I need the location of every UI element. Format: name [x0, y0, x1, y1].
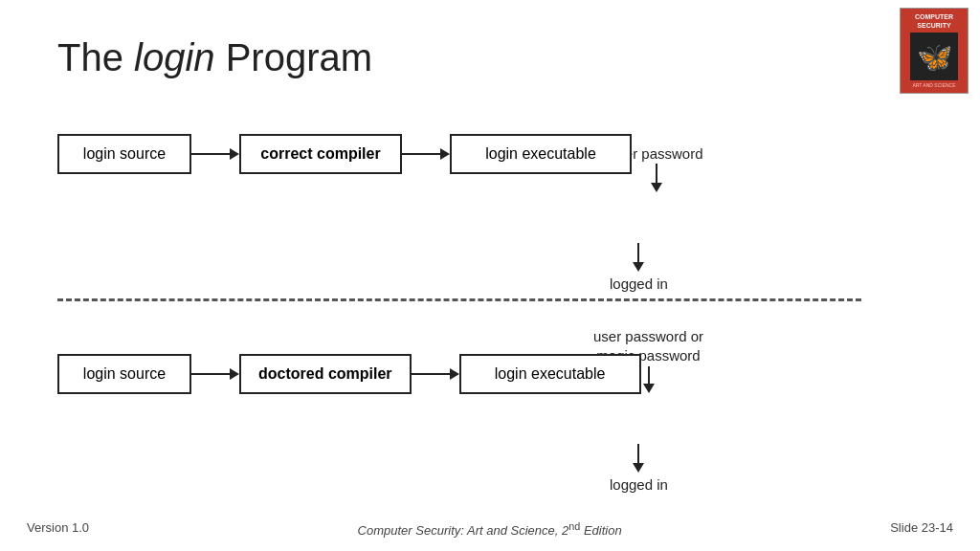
- top-box-login-exec: login executable: [450, 134, 632, 174]
- bottom-output-arrow: logged in: [610, 444, 668, 493]
- footer-slide: Slide 23-14: [890, 520, 953, 538]
- title-italic: login: [134, 36, 215, 78]
- top-arrow-2-head: [440, 148, 450, 160]
- bottom-arrow-2: [412, 368, 459, 380]
- top-box-correct-compiler: correct compiler: [239, 134, 402, 174]
- top-arrow-1-head: [230, 148, 239, 160]
- top-arrow-2-line: [402, 153, 440, 155]
- slide-title: The login Program: [57, 36, 372, 79]
- slide: COMPUTER SECURITY ART AND SCIENCE The lo…: [0, 0, 980, 551]
- bottom-label-above-line1: user password or: [593, 327, 703, 346]
- top-input-arrowhead: [651, 183, 662, 192]
- top-arrow-1-line: [191, 153, 230, 155]
- top-label-below: logged in: [610, 276, 668, 292]
- top-output-arrow-line: [637, 243, 639, 262]
- bottom-label-below: logged in: [610, 476, 668, 493]
- top-diagram-row: login source correct compiler login exec…: [57, 134, 632, 174]
- footer-citation: Computer Security: Art and Science, 2nd …: [358, 520, 622, 538]
- separator: [57, 298, 861, 301]
- footer-citation-sup: nd: [568, 520, 580, 532]
- bottom-box-login-exec: login executable: [459, 354, 641, 394]
- footer-citation-edition: , 2: [555, 523, 568, 538]
- top-arrow-2: [402, 148, 450, 160]
- top-output-arrow: logged in: [610, 243, 668, 292]
- bottom-output-arrow-line: [637, 444, 639, 463]
- title-prefix: The: [57, 36, 134, 78]
- bottom-box-doctored-compiler: doctored compiler: [239, 354, 412, 394]
- top-box-login-source: login source: [57, 134, 191, 174]
- bottom-input-arrow-line: [648, 366, 650, 384]
- footer: Version 1.0 Computer Security: Art and S…: [0, 520, 980, 538]
- top-output-arrowhead: [633, 262, 644, 272]
- bottom-arrow-1-line: [191, 373, 230, 375]
- title-suffix: Program: [215, 36, 373, 78]
- footer-citation-end: Edition: [580, 523, 621, 538]
- bottom-arrow-2-line: [412, 373, 450, 375]
- bottom-arrow-1: [191, 368, 239, 380]
- top-arrow-1: [191, 148, 239, 160]
- bottom-box-login-source: login source: [57, 354, 191, 394]
- bottom-arrow-2-head: [450, 368, 459, 380]
- bottom-output-arrowhead: [633, 463, 644, 473]
- book-image: [910, 33, 958, 80]
- book-subtitle: ART AND SCIENCE: [912, 82, 955, 88]
- footer-citation-text: Computer Security: Art and Science: [358, 523, 555, 538]
- footer-version: Version 1.0: [27, 520, 89, 538]
- book-cover: COMPUTER SECURITY ART AND SCIENCE: [900, 8, 969, 94]
- bottom-arrow-1-head: [230, 368, 239, 380]
- book-title: COMPUTER SECURITY: [904, 13, 964, 30]
- bottom-input-arrowhead: [643, 384, 655, 393]
- bottom-diagram-row: login source doctored compiler login exe…: [57, 354, 641, 394]
- top-input-arrow-line: [656, 164, 657, 183]
